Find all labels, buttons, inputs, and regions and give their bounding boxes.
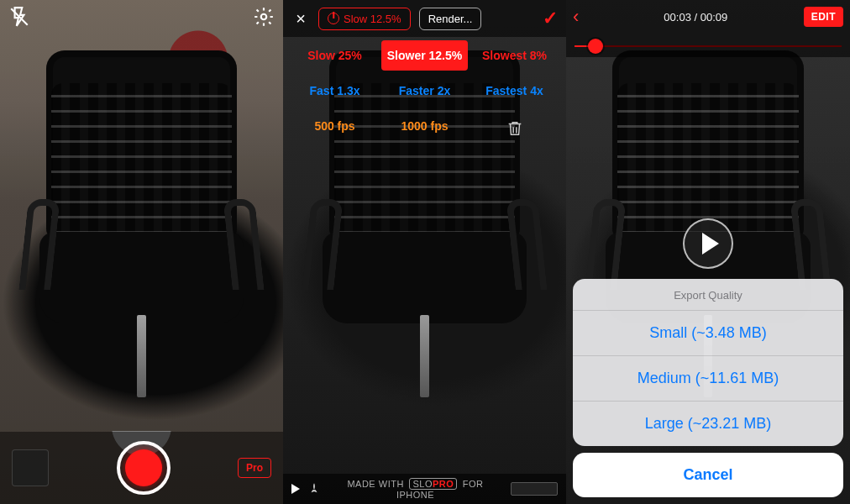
export-options-group: Export Quality Small (~3.48 MB) Medium (…	[573, 279, 843, 446]
speed-ramp-icon[interactable]	[308, 480, 320, 497]
big-play-button[interactable]	[683, 218, 733, 269]
export-option-medium[interactable]: Medium (~11.61 MB)	[573, 355, 843, 401]
record-button[interactable]	[117, 441, 171, 495]
export-sheet-title: Export Quality	[573, 279, 843, 310]
delete-segment-button[interactable]	[471, 111, 558, 149]
edit-button[interactable]: EDIT	[804, 7, 843, 27]
watermark-text: MADE WITH SLOPRO FOR IPHONE	[328, 478, 502, 500]
time-separator: /	[691, 11, 700, 24]
play-icon[interactable]	[291, 484, 300, 494]
speed-editor-panel: × Slow 12.5% Render... ✓ Slow 25% Slower…	[283, 0, 566, 504]
editor-bottom-bar: MADE WITH SLOPRO FOR IPHONE	[283, 474, 566, 504]
current-speed-button[interactable]: Slow 12.5%	[318, 8, 411, 30]
watermark-prefix: MADE WITH	[347, 479, 403, 489]
render-label: Render...	[428, 13, 473, 25]
speed-fast-1-3x[interactable]: Fast 1.3x	[291, 76, 378, 106]
current-speed-label: Slow 12.5%	[344, 13, 401, 25]
brand-badge: SLOPRO	[409, 478, 457, 490]
viewfinder-subject	[29, 50, 255, 464]
svg-point-1	[261, 14, 267, 20]
confirm-check-icon[interactable]: ✓	[543, 8, 558, 29]
export-option-small[interactable]: Small (~3.48 MB)	[573, 310, 843, 355]
scrubber[interactable]	[566, 34, 850, 57]
time-current: 00:03	[664, 11, 691, 24]
export-panel: ‹ 00:03 / 00:09 EDIT Export Quality Smal…	[566, 0, 850, 504]
close-icon[interactable]: ×	[291, 9, 310, 29]
export-option-large[interactable]: Large (~23.21 MB)	[573, 401, 843, 446]
scrubber-knob[interactable]	[588, 39, 603, 54]
settings-gear-icon[interactable]	[253, 6, 275, 31]
fps-500[interactable]: 500 fps	[291, 111, 378, 149]
playback-time: 00:03 / 00:09	[588, 11, 804, 24]
camera-bottom-bar: Pro	[0, 432, 283, 504]
speed-option-grid: Slow 25% Slower 12.5% Slowest 8% Fast 1.…	[291, 40, 558, 149]
editor-top-bar: × Slow 12.5% Render... ✓	[283, 0, 566, 37]
trash-icon	[506, 127, 524, 140]
camera-viewfinder	[0, 0, 283, 504]
render-button[interactable]: Render...	[419, 8, 482, 30]
speed-slowest-8[interactable]: Slowest 8%	[471, 40, 558, 71]
scrubber-track	[575, 45, 842, 47]
export-cancel-button[interactable]: Cancel	[573, 453, 843, 497]
speed-faster-2x[interactable]: Faster 2x	[381, 76, 468, 106]
back-chevron-icon[interactable]: ‹	[573, 6, 588, 28]
camera-panel: Pro	[0, 0, 283, 504]
pro-badge-button[interactable]: Pro	[238, 458, 271, 478]
timeline-minimap[interactable]	[511, 482, 558, 496]
gallery-thumbnail[interactable]	[12, 449, 49, 486]
time-total: 00:09	[700, 11, 728, 24]
brand-slo: SLO	[412, 479, 433, 489]
fps-1000[interactable]: 1000 fps	[381, 111, 468, 149]
brand-pro: PRO	[433, 479, 454, 489]
speed-fastest-4x[interactable]: Fastest 4x	[471, 76, 558, 106]
export-action-sheet: Export Quality Small (~3.48 MB) Medium (…	[573, 279, 843, 497]
speed-slow-25[interactable]: Slow 25%	[291, 40, 378, 71]
player-top-bar: ‹ 00:03 / 00:09 EDIT	[566, 0, 850, 34]
power-icon	[328, 13, 339, 24]
play-triangle-icon	[702, 233, 719, 255]
speed-slower-12-5[interactable]: Slower 12.5%	[381, 40, 468, 71]
flash-off-icon[interactable]	[8, 6, 30, 31]
camera-top-bar	[0, 0, 283, 37]
